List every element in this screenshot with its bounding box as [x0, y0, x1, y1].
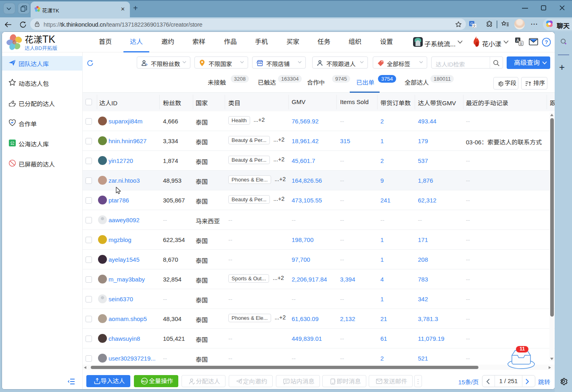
svg-text:ALL: ALL — [142, 380, 147, 383]
svg-text:?: ? — [545, 39, 548, 45]
svg-text:公: 公 — [10, 141, 15, 146]
svg-text:文: 文 — [473, 24, 476, 28]
svg-text:文: 文 — [519, 42, 523, 46]
